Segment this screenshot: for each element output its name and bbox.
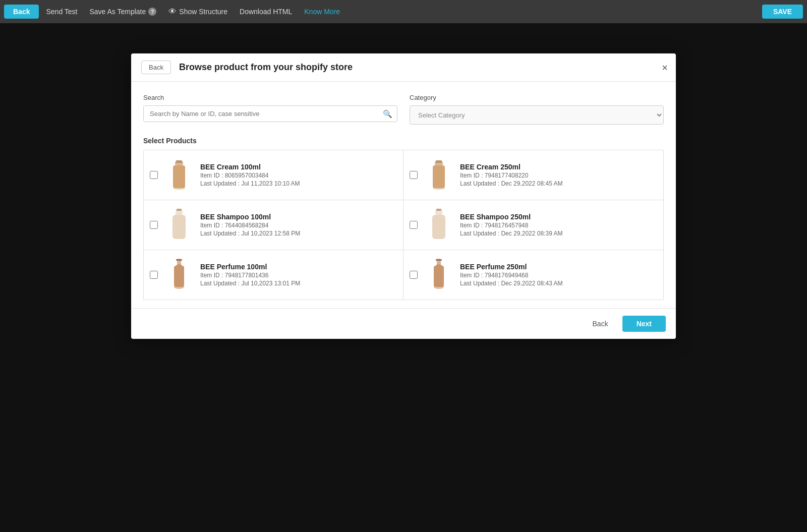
product-last-updated: Last Updated : Dec 29,2022 08:39 AM — [460, 230, 562, 237]
product-browse-modal: Back Browse product from your shopify st… — [131, 53, 676, 339]
product-cell[interactable]: BEE Cream 100ml Item ID : 8065957003484 … — [144, 150, 404, 200]
svg-rect-27 — [436, 259, 442, 261]
product-info: BEE Shampoo 100ml Item ID : 764408456828… — [200, 213, 300, 237]
modal-close-button[interactable]: × — [662, 63, 668, 73]
dark-background: Back Browse product from your shopify st… — [0, 23, 807, 532]
svg-point-9 — [433, 187, 445, 190]
product-item-id: Item ID : 8065957003484 — [200, 172, 300, 179]
product-last-updated: Last Updated : Jul 10,2023 13:01 PM — [200, 280, 300, 287]
category-select[interactable]: Select Category — [410, 105, 664, 125]
product-cell[interactable]: BEE Perfume 100ml Item ID : 794817780143… — [144, 250, 404, 300]
product-name: BEE Shampoo 100ml — [200, 213, 300, 221]
product-item-id: Item ID : 7948177801436 — [200, 272, 300, 279]
modal-header: Back Browse product from your shopify st… — [131, 53, 676, 82]
product-info: BEE Cream 100ml Item ID : 8065957003484 … — [200, 163, 300, 187]
search-input[interactable] — [143, 105, 397, 122]
product-checkbox[interactable] — [150, 221, 158, 229]
modal-title: Browse product from your shopify store — [179, 62, 353, 73]
product-cell[interactable]: BEE Cream 250ml Item ID : 7948177408220 … — [404, 150, 663, 200]
svg-rect-13 — [177, 209, 182, 211]
products-grid: BEE Cream 100ml Item ID : 8065957003484 … — [143, 150, 664, 300]
modal-back-button[interactable]: Back — [141, 61, 171, 74]
product-checkbox[interactable] — [410, 171, 418, 179]
product-last-updated: Last Updated : Jul 10,2023 12:58 PM — [200, 230, 300, 237]
search-input-wrapper: 🔍 — [143, 105, 397, 122]
svg-point-4 — [173, 187, 185, 190]
download-html-button[interactable]: Download HTML — [235, 5, 297, 19]
eye-icon: 👁 — [168, 7, 177, 16]
category-label: Category — [410, 94, 664, 101]
product-item-id: Item ID : 7948177408220 — [460, 172, 562, 179]
product-info: BEE Cream 250ml Item ID : 7948177408220 … — [460, 163, 562, 187]
product-cell[interactable]: BEE Shampoo 250ml Item ID : 794817645794… — [404, 200, 663, 250]
footer-next-button[interactable]: Next — [622, 316, 666, 332]
svg-rect-25 — [434, 266, 444, 287]
svg-rect-17 — [436, 209, 441, 211]
save-as-template-button[interactable]: Save As Template ? — [84, 5, 161, 19]
product-item-id: Item ID : 7644084568284 — [200, 222, 300, 229]
category-group: Category Select Category — [410, 94, 664, 125]
svg-rect-22 — [176, 259, 182, 261]
product-checkbox[interactable] — [410, 221, 418, 229]
svg-point-21 — [174, 285, 184, 289]
product-name: BEE Perfume 100ml — [200, 263, 300, 271]
know-more-button[interactable]: Know More — [299, 5, 345, 19]
svg-rect-7 — [434, 165, 444, 169]
product-name: BEE Cream 100ml — [200, 163, 300, 171]
toolbar: Back Send Test Save As Template ? 👁 Show… — [0, 0, 807, 23]
product-checkbox[interactable] — [150, 271, 158, 279]
search-group: Search 🔍 — [143, 94, 397, 125]
svg-rect-12 — [174, 215, 185, 222]
product-last-updated: Last Updated : Jul 11,2023 10:10 AM — [200, 180, 300, 187]
svg-rect-2 — [174, 165, 184, 169]
product-cell[interactable]: BEE Perfume 250ml Item ID : 794817694946… — [404, 250, 663, 300]
product-last-updated: Last Updated : Dec 29,2022 08:43 AM — [460, 280, 562, 287]
product-image — [424, 157, 454, 193]
product-checkbox[interactable] — [410, 271, 418, 279]
svg-rect-3 — [176, 160, 182, 163]
product-last-updated: Last Updated : Dec 29,2022 08:45 AM — [460, 180, 562, 187]
product-image — [164, 257, 194, 292]
save-button[interactable]: SAVE — [762, 5, 803, 19]
svg-rect-20 — [174, 266, 184, 287]
send-test-button[interactable]: Send Test — [41, 5, 82, 19]
product-name: BEE Shampoo 250ml — [460, 213, 562, 221]
product-info: BEE Shampoo 250ml Item ID : 794817645794… — [460, 213, 562, 237]
product-image — [164, 157, 194, 193]
svg-rect-8 — [436, 160, 442, 163]
svg-point-26 — [434, 285, 444, 289]
product-image — [164, 207, 194, 243]
product-item-id: Item ID : 7948176949468 — [460, 272, 562, 279]
back-button[interactable]: Back — [4, 5, 39, 19]
product-info: BEE Perfume 100ml Item ID : 794817780143… — [200, 263, 300, 287]
product-name: BEE Cream 250ml — [460, 163, 562, 171]
product-image — [424, 207, 454, 243]
product-info: BEE Perfume 250ml Item ID : 794817694946… — [460, 263, 562, 287]
product-cell[interactable]: BEE Shampoo 100ml Item ID : 764408456828… — [144, 200, 404, 250]
help-icon: ? — [148, 8, 156, 16]
show-structure-button[interactable]: 👁 Show Structure — [163, 4, 233, 19]
modal-body: Search 🔍 Category Select Category Select… — [131, 82, 676, 308]
search-label: Search — [143, 94, 397, 101]
product-checkbox[interactable] — [150, 171, 158, 179]
filter-row: Search 🔍 Category Select Category — [143, 94, 664, 125]
product-item-id: Item ID : 7948176457948 — [460, 222, 562, 229]
svg-rect-16 — [433, 215, 444, 222]
product-image — [424, 257, 454, 292]
product-name: BEE Perfume 250ml — [460, 263, 562, 271]
footer-back-button[interactable]: Back — [585, 316, 616, 332]
modal-footer: Back Next — [131, 308, 676, 339]
select-products-label: Select Products — [143, 137, 664, 145]
